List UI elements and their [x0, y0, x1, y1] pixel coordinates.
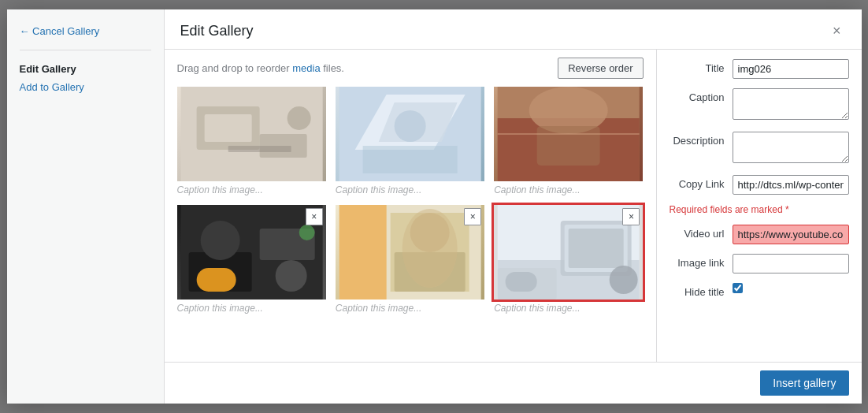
- svg-point-3: [287, 106, 310, 130]
- svg-point-22: [299, 225, 314, 240]
- description-input-wrap: [733, 132, 849, 166]
- gallery-grid-wrapper[interactable]: Caption this image...: [165, 87, 656, 362]
- gallery-item-img-3: [494, 87, 643, 181]
- cancel-gallery-link[interactable]: ← Cancel Gallery: [20, 25, 151, 37]
- gallery-item-caption-6: Caption this image...: [494, 303, 643, 314]
- img-svg-5: [336, 205, 484, 300]
- caption-label: Caption: [670, 88, 733, 103]
- dialog-header: Edit Gallery ×: [165, 9, 862, 50]
- required-note: Required fields are marked *: [670, 204, 849, 215]
- gallery-item-caption-4: Caption this image...: [177, 303, 326, 314]
- description-textarea[interactable]: [733, 132, 849, 163]
- gallery-hint: Drag and drop to reorder media files.: [177, 62, 344, 74]
- close-button[interactable]: ×: [828, 22, 846, 39]
- reverse-order-button[interactable]: Reverse order: [558, 58, 643, 79]
- field-row-copy-link: Copy Link: [670, 175, 849, 195]
- svg-point-18: [200, 221, 239, 260]
- video-url-label: Video url: [670, 225, 733, 240]
- svg-rect-36: [506, 272, 537, 292]
- field-row-description: Description: [670, 132, 849, 166]
- svg-point-20: [275, 260, 306, 292]
- media-link[interactable]: media: [292, 62, 320, 74]
- video-url-input[interactable]: [733, 225, 849, 244]
- field-row-title: Title: [670, 59, 849, 79]
- gallery-item-caption-1: Caption this image...: [177, 184, 326, 195]
- sidebar-divider: [20, 50, 151, 50]
- title-input-wrap: [733, 59, 849, 79]
- dialog-title: Edit Gallery: [180, 23, 254, 39]
- hide-title-label: Hide title: [670, 283, 733, 298]
- insert-gallery-button[interactable]: Insert gallery: [760, 370, 848, 396]
- svg-point-28: [402, 209, 457, 288]
- image-link-input-wrap: [733, 254, 849, 273]
- gallery-item-6[interactable]: ×: [494, 205, 643, 314]
- dialog-content: Drag and drop to reorder media files. Re…: [165, 50, 862, 362]
- remove-button-5[interactable]: ×: [464, 208, 481, 225]
- svg-rect-24: [339, 205, 386, 300]
- svg-rect-21: [196, 268, 236, 292]
- sidebar-item-add-to-gallery[interactable]: Add to Gallery: [20, 81, 151, 93]
- img-svg-4: [177, 205, 326, 300]
- title-label: Title: [670, 59, 733, 74]
- svg-rect-9: [362, 146, 457, 173]
- detail-scroll: Title Caption Descriptio: [657, 50, 862, 362]
- gallery-item-img-4: ×: [177, 205, 326, 300]
- dialog-footer: Insert gallery: [165, 362, 862, 404]
- remove-button-6[interactable]: ×: [622, 208, 640, 225]
- svg-rect-33: [569, 229, 624, 268]
- gallery-item-1[interactable]: Caption this image...: [177, 87, 326, 195]
- detail-panel: Title Caption Descriptio: [657, 50, 862, 362]
- gallery-toolbar: Drag and drop to reorder media files. Re…: [165, 50, 656, 87]
- gallery-item-5[interactable]: × C: [336, 205, 484, 314]
- field-row-caption: Caption: [670, 88, 849, 122]
- sidebar-item-edit-gallery[interactable]: Edit Gallery: [20, 63, 151, 75]
- img-svg-2: [336, 87, 484, 181]
- field-row-image-link: Image link: [670, 254, 849, 273]
- hide-title-checkbox-wrap: [733, 283, 849, 293]
- dialog-main: Edit Gallery × Drag and drop to reorder …: [165, 9, 862, 404]
- img-svg-6: [494, 205, 643, 300]
- svg-point-35: [610, 266, 638, 294]
- gallery-item-img-5: ×: [336, 205, 484, 300]
- field-row-hide-title: Hide title: [670, 283, 849, 298]
- svg-point-10: [394, 110, 425, 142]
- video-url-input-wrap: [733, 225, 849, 244]
- gallery-item-caption-2: Caption this image...: [336, 184, 484, 195]
- gallery-item-img-6: ×: [494, 205, 643, 300]
- copy-link-label: Copy Link: [670, 175, 733, 190]
- svg-rect-5: [228, 146, 291, 152]
- gallery-item-4[interactable]: ×: [177, 205, 326, 314]
- svg-rect-2: [204, 114, 251, 142]
- image-link-label: Image link: [670, 254, 733, 269]
- gallery-area: Drag and drop to reorder media files. Re…: [165, 50, 657, 362]
- title-input[interactable]: [733, 59, 849, 79]
- copy-link-input-wrap: [733, 175, 849, 195]
- description-label: Description: [670, 132, 733, 147]
- image-link-input[interactable]: [733, 254, 849, 273]
- gallery-item-3[interactable]: Caption this image...: [494, 87, 643, 195]
- img-svg-1: [177, 87, 326, 181]
- gallery-item-2[interactable]: Caption this image...: [336, 87, 484, 195]
- gallery-item-img-1: [177, 87, 326, 181]
- copy-link-input[interactable]: [733, 175, 849, 195]
- gallery-item-img-2: [336, 87, 484, 181]
- img-svg-3: [494, 87, 643, 181]
- hide-title-checkbox[interactable]: [733, 283, 743, 293]
- svg-rect-14: [537, 126, 600, 166]
- sidebar: ← Cancel Gallery Edit Gallery Add to Gal…: [7, 9, 165, 404]
- gallery-item-caption-5: Caption this image...: [336, 303, 484, 314]
- caption-input-wrap: [733, 88, 849, 122]
- caption-textarea[interactable]: [733, 88, 849, 120]
- field-row-video-url: Video url: [670, 225, 849, 244]
- remove-button-4[interactable]: ×: [306, 208, 323, 225]
- gallery-grid: Caption this image...: [177, 87, 644, 314]
- gallery-item-caption-3: Caption this image...: [494, 184, 643, 195]
